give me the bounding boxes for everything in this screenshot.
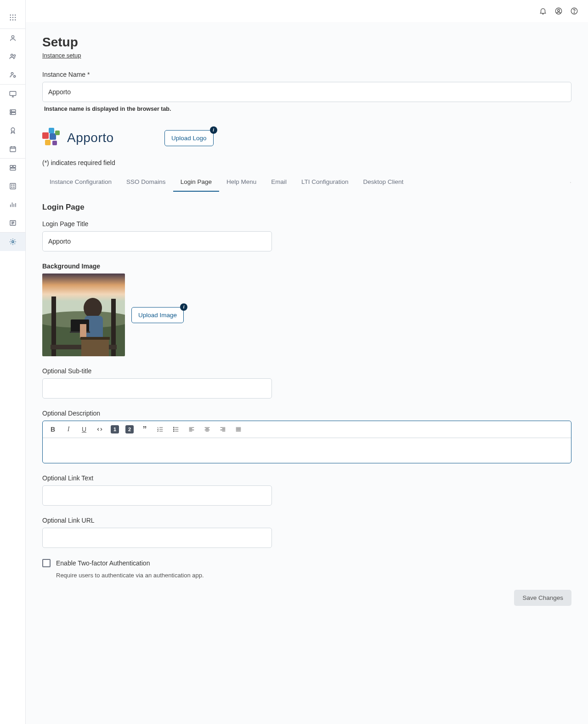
tab-login-page[interactable]: Login Page xyxy=(173,173,219,192)
svg-point-0 xyxy=(10,15,11,16)
svg-point-27 xyxy=(11,187,12,188)
rte-h1-icon[interactable]: 1 xyxy=(111,425,119,433)
sidebar-item-user-settings[interactable] xyxy=(0,66,25,84)
svg-point-9 xyxy=(11,35,14,38)
login-page-heading: Login Page xyxy=(42,203,571,212)
svg-point-1 xyxy=(12,15,13,16)
sidebar-item-analytics[interactable] xyxy=(0,195,25,214)
svg-point-10 xyxy=(11,54,13,57)
instance-name-label: Instance Name * xyxy=(42,71,571,78)
svg-point-41 xyxy=(84,298,102,318)
twofa-checkbox[interactable] xyxy=(42,559,51,567)
tabs: Instance ConfigurationSSO DomainsLogin P… xyxy=(42,173,571,192)
svg-point-3 xyxy=(10,17,11,18)
svg-point-4 xyxy=(12,17,13,18)
tab-sso-domains[interactable]: SSO Domains xyxy=(119,173,173,192)
link-url-input[interactable] xyxy=(42,528,272,548)
sidebar-item-list[interactable] xyxy=(0,214,25,232)
svg-point-13 xyxy=(13,75,15,77)
instance-setup-link[interactable]: Instance setup xyxy=(42,52,81,59)
topbar xyxy=(26,0,588,22)
tab-lti-configuration[interactable]: LTI Configuration xyxy=(294,173,356,192)
subtitle-label: Optional Sub-title xyxy=(42,367,571,375)
svg-point-50 xyxy=(174,431,175,432)
svg-rect-14 xyxy=(10,91,16,96)
link-text-input[interactable] xyxy=(42,485,272,506)
rte-italic-icon[interactable]: I xyxy=(64,425,73,434)
svg-point-26 xyxy=(13,185,14,186)
twofa-label: Enable Two-factor Authentication xyxy=(56,559,150,567)
rte-align-left-icon[interactable] xyxy=(187,425,196,434)
description-label: Optional Description xyxy=(42,410,571,417)
rte-align-justify-icon[interactable] xyxy=(234,425,243,434)
account-icon[interactable] xyxy=(553,6,564,17)
tab-desktop-client[interactable]: Desktop Client xyxy=(356,173,411,192)
rte-ordered-list-icon[interactable] xyxy=(156,425,165,434)
svg-point-11 xyxy=(13,55,15,57)
logo-brand-text: Apporto xyxy=(67,131,114,145)
logo-mark-icon xyxy=(42,128,62,148)
svg-point-48 xyxy=(174,427,175,428)
description-textarea[interactable] xyxy=(43,438,571,463)
upload-logo-info-icon[interactable]: i xyxy=(210,126,217,134)
upload-logo-button[interactable]: Upload Logo xyxy=(164,130,214,146)
sidebar-item-server[interactable] xyxy=(0,103,25,121)
apps-menu-icon[interactable] xyxy=(0,8,25,27)
bg-image-preview xyxy=(42,274,125,356)
required-note: (*) indicates required field xyxy=(42,159,571,166)
notifications-icon[interactable] xyxy=(537,6,548,17)
svg-point-49 xyxy=(174,429,175,430)
svg-point-5 xyxy=(15,17,16,18)
login-title-label: Login Page Title xyxy=(42,220,571,228)
svg-point-2 xyxy=(15,15,16,16)
save-changes-button[interactable]: Save Changes xyxy=(514,590,571,606)
upload-bg-button[interactable]: Upload Image xyxy=(131,307,184,323)
tabs-scroll-right-icon[interactable] xyxy=(560,177,571,188)
svg-rect-20 xyxy=(10,147,16,152)
svg-rect-45 xyxy=(80,324,86,338)
svg-point-6 xyxy=(10,19,11,20)
login-title-input[interactable] xyxy=(42,231,272,251)
instance-name-helper: Instance name is displayed in the browse… xyxy=(42,106,571,112)
sidebar-item-calendar[interactable] xyxy=(0,140,25,158)
instance-name-input[interactable] xyxy=(42,82,571,102)
sidebar-item-settings[interactable] xyxy=(0,233,25,251)
sidebar-item-user[interactable] xyxy=(0,29,25,47)
tab-email[interactable]: Email xyxy=(264,173,294,192)
sidebar-item-layout[interactable] xyxy=(0,159,25,177)
tab-instance-configuration[interactable]: Instance Configuration xyxy=(42,173,119,192)
sidebar xyxy=(0,0,26,724)
svg-rect-23 xyxy=(10,168,16,171)
rte-quote-icon[interactable]: ” xyxy=(140,425,149,434)
rte-underline-icon[interactable]: U xyxy=(79,425,89,434)
rte-h2-icon[interactable]: 2 xyxy=(125,425,134,433)
sidebar-item-award[interactable] xyxy=(0,121,25,140)
svg-point-34 xyxy=(574,12,574,13)
sidebar-item-monitor[interactable] xyxy=(0,85,25,103)
twofa-help: Require users to authenticate via an aut… xyxy=(42,572,571,579)
svg-rect-47 xyxy=(80,337,110,340)
rte-code-icon[interactable] xyxy=(95,425,104,434)
subtitle-input[interactable] xyxy=(42,378,272,399)
link-url-label: Optional Link URL xyxy=(42,517,571,524)
link-text-label: Optional Link Text xyxy=(42,474,571,482)
sidebar-item-grid[interactable] xyxy=(0,177,25,195)
svg-point-25 xyxy=(11,185,12,186)
description-editor: B I U 1 2 ” xyxy=(42,421,571,463)
svg-point-19 xyxy=(11,128,15,131)
svg-point-28 xyxy=(13,187,14,188)
page-title: Setup xyxy=(42,35,571,50)
svg-point-7 xyxy=(12,19,13,20)
sidebar-item-users[interactable] xyxy=(0,47,25,66)
svg-rect-46 xyxy=(81,338,109,356)
svg-point-17 xyxy=(11,110,11,111)
rte-align-center-icon[interactable] xyxy=(203,425,212,434)
help-icon[interactable] xyxy=(569,6,580,17)
svg-point-8 xyxy=(15,19,16,20)
tab-help-menu[interactable]: Help Menu xyxy=(219,173,264,192)
rte-align-right-icon[interactable] xyxy=(218,425,227,434)
upload-bg-info-icon[interactable]: i xyxy=(180,303,187,311)
svg-point-18 xyxy=(11,113,11,114)
rte-bold-icon[interactable]: B xyxy=(48,425,57,434)
rte-unordered-list-icon[interactable] xyxy=(171,425,181,434)
